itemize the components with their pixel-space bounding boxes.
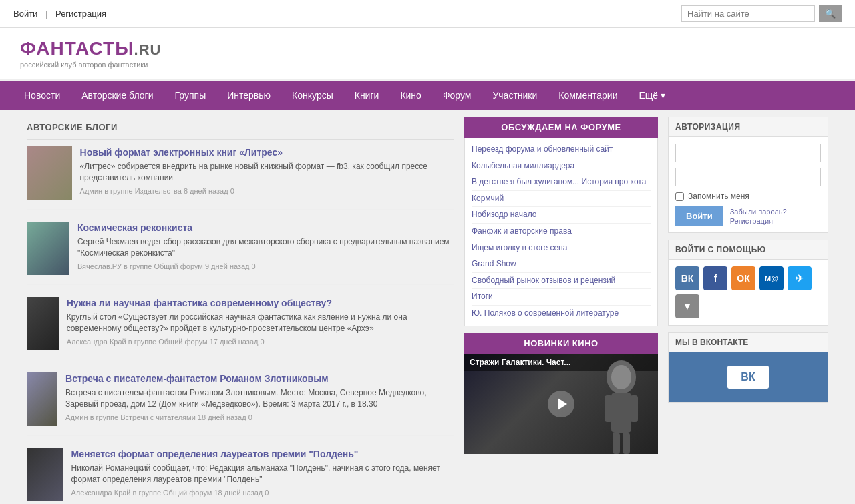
forum-link[interactable]: Колыбельная миллиардера <box>472 158 651 175</box>
blog-title[interactable]: Встреча с писателем-фантастом Романом Зл… <box>65 372 454 385</box>
remember-checkbox[interactable] <box>675 192 684 201</box>
forum-link[interactable]: Итоги <box>472 289 651 306</box>
register-link-auth[interactable]: Регистрация <box>730 217 787 225</box>
blog-meta: Вячеслав.РУ в группе Общий форум 9 дней … <box>77 262 454 270</box>
blog-thumbnail <box>27 146 72 200</box>
right-column: АВТОРИЗАЦИЯ Запомнить меня Войти Забыли … <box>668 117 828 504</box>
blog-content: Космическая реконкиста Сергей Чекмаев ве… <box>77 222 454 275</box>
forum-section: ОБСУЖДАЕМ НА ФОРУМЕ Переезд форума и обн… <box>464 117 658 326</box>
auth-section-header: АВТОРИЗАЦИЯ <box>669 117 828 137</box>
ok-login-icon[interactable]: ОК <box>731 266 755 290</box>
blogs-section-title: АВТОРСКИЕ БЛОГИ <box>27 117 454 140</box>
blog-meta: Александра Край в группе Общий форум 17 … <box>67 338 454 346</box>
vk-join-button[interactable]: ВК <box>727 366 768 389</box>
blog-excerpt: Встреча с писателем-фантастом Романом Зл… <box>65 387 454 410</box>
top-bar-right: 🔍 <box>681 5 842 22</box>
kino-play-button[interactable] <box>548 391 574 417</box>
forum-link[interactable]: Нобизодр начало <box>472 207 651 224</box>
search-input[interactable] <box>681 5 815 22</box>
nav-item-books[interactable]: Книги <box>344 81 390 110</box>
social-icons-container: ВК f ОК М@ ✈ ▼ <box>669 260 828 325</box>
kino-section: НОВИНКИ КИНО Стражи Галактики. Част... <box>464 333 658 454</box>
logo-text: ФАНТАСТЫ.RU <box>20 38 161 59</box>
search-button[interactable]: 🔍 <box>819 5 842 22</box>
social-login-header: ВОЙТИ С ПОМОЩЬЮ <box>669 240 828 260</box>
blog-title[interactable]: Космическая реконкиста <box>77 222 454 234</box>
kino-thumbnail[interactable]: Стражи Галактики. Част... <box>464 354 658 454</box>
blog-excerpt: Николай Романецкий сообщает, что: Редакц… <box>71 463 454 485</box>
nav-item-news[interactable]: Новости <box>13 81 71 110</box>
blog-item: Новый формат электронных книг «Литрес» «… <box>27 146 454 210</box>
blog-title[interactable]: Нужна ли научная фантастика современному… <box>67 297 454 309</box>
nav-item-interview[interactable]: Интервью <box>216 81 281 110</box>
blog-thumbnail <box>27 448 63 501</box>
nav-item-comments[interactable]: Комментарии <box>548 81 628 110</box>
blog-excerpt: «Литрес» собирается внедрить на рынке но… <box>80 161 454 184</box>
svg-point-1 <box>611 365 631 389</box>
blog-item: Космическая реконкиста Сергей Чекмаев ве… <box>27 222 454 285</box>
nav-item-groups[interactable]: Группы <box>164 81 217 110</box>
twitter-login-icon[interactable]: ✈ <box>788 266 812 290</box>
auth-section-body: Запомнить меня Войти Забыли пароль? Реги… <box>669 137 828 232</box>
vk-login-icon[interactable]: ВК <box>675 266 699 290</box>
nav-item-more[interactable]: Ещё ▾ <box>628 81 676 110</box>
vk-widget-header: МЫ В ВКОНТАКТЕ <box>669 333 828 352</box>
forum-link[interactable]: Фанфик и авторские права <box>472 224 651 240</box>
forum-link[interactable]: Ю. Поляков о современной литературе <box>472 306 651 322</box>
logo-main: ФАНТАСТЫ <box>20 38 134 59</box>
svg-rect-2 <box>611 393 631 433</box>
forum-section-header: ОБСУЖДАЕМ НА ФОРУМЕ <box>464 117 658 138</box>
nav-item-forum[interactable]: Форум <box>432 81 482 110</box>
blog-content: Меняется формат определения лауреатов пр… <box>71 448 454 501</box>
mail-login-icon[interactable]: М@ <box>759 266 784 290</box>
main-container: АВТОРСКИЕ БЛОГИ Новый формат электронных… <box>13 110 842 504</box>
kino-section-header: НОВИНКИ КИНО <box>464 333 658 354</box>
vk-widget: МЫ В ВКОНТАКТЕ ВК <box>668 332 828 403</box>
forgot-password-link[interactable]: Забыли пароль? <box>730 208 787 216</box>
auth-section: АВТОРИЗАЦИЯ Запомнить меня Войти Забыли … <box>668 117 828 233</box>
vk-widget-body: ВК <box>669 352 828 402</box>
register-link[interactable]: Регистрация <box>55 9 106 19</box>
svg-rect-5 <box>613 433 620 454</box>
left-column: АВТОРСКИЕ БЛОГИ Новый формат электронных… <box>27 117 454 504</box>
blog-meta: Админ в группе Встречи с читателями 18 д… <box>65 413 454 421</box>
svg-rect-6 <box>623 433 630 454</box>
login-button[interactable]: Войти <box>675 206 723 226</box>
nav-item-blogs[interactable]: Авторские блоги <box>71 81 164 110</box>
login-link[interactable]: Войти <box>13 9 37 19</box>
remember-label: Запомнить меня <box>688 192 749 201</box>
middle-column: ОБСУЖДАЕМ НА ФОРУМЕ Переезд форума и обн… <box>464 117 658 504</box>
site-header: ФАНТАСТЫ.RU российский клуб авторов фант… <box>0 28 855 81</box>
logo-ru: .RU <box>134 41 162 58</box>
forum-link[interactable]: В детстве я был хулиганом... История про… <box>472 174 651 191</box>
nav-item-kino[interactable]: Кино <box>389 81 432 110</box>
password-input[interactable] <box>675 168 821 186</box>
nav-item-members[interactable]: Участники <box>482 81 548 110</box>
forum-link[interactable]: Кормчий <box>472 191 651 208</box>
blog-excerpt: Сергей Чекмаев ведет сбор рассказов для … <box>77 236 454 259</box>
top-bar: Войти | Регистрация 🔍 <box>0 0 855 28</box>
forum-link[interactable]: Grand Show <box>472 256 651 273</box>
social-login-section: ВОЙТИ С ПОМОЩЬЮ ВК f ОК М@ ✈ ▼ <box>668 240 828 326</box>
blog-item: Меняется формат определения лауреатов пр… <box>27 448 454 504</box>
blog-content: Новый формат электронных книг «Литрес» «… <box>80 146 454 200</box>
forum-link[interactable]: Переезд форума и обновленный сайт <box>472 142 651 158</box>
kino-figure <box>598 360 645 454</box>
forum-link[interactable]: Ищем иголку в стоге сена <box>472 240 651 257</box>
auth-links: Забыли пароль? Регистрация <box>730 208 787 225</box>
separator: | <box>45 9 47 19</box>
forum-link[interactable]: Свободный рынок отзывов и рецензий <box>472 273 651 290</box>
vk-logo: ВК <box>741 371 755 383</box>
blog-thumbnail <box>27 222 69 275</box>
blog-content: Нужна ли научная фантастика современному… <box>67 297 454 350</box>
auth-actions: Войти Забыли пароль? Регистрация <box>675 206 821 226</box>
nav-item-contests[interactable]: Конкурсы <box>281 81 344 110</box>
blog-meta: Админ в группе Издательства 8 дней назад… <box>80 187 454 195</box>
blog-title[interactable]: Меняется формат определения лауреатов пр… <box>71 448 454 460</box>
facebook-login-icon[interactable]: f <box>703 266 727 290</box>
blog-excerpt: Круглый стол «Существует ли российская н… <box>67 312 454 334</box>
blog-title[interactable]: Новый формат электронных книг «Литрес» <box>80 146 454 158</box>
more-social-icon[interactable]: ▼ <box>675 294 699 318</box>
username-input[interactable] <box>675 144 821 162</box>
site-logo[interactable]: ФАНТАСТЫ.RU российский клуб авторов фант… <box>20 38 161 69</box>
